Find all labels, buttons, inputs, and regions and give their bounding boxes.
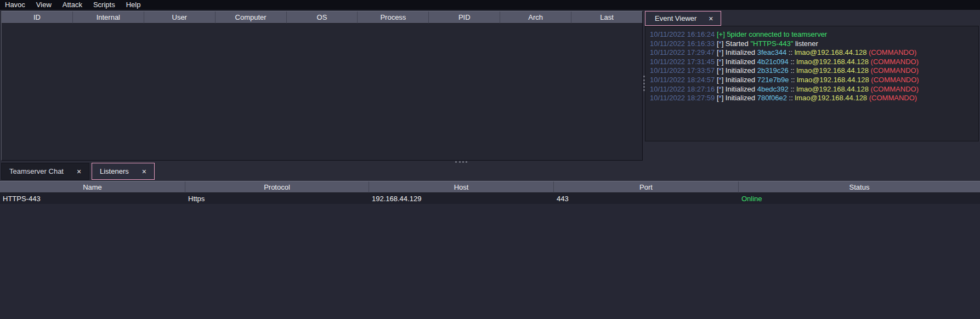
close-icon[interactable]: × xyxy=(77,167,81,176)
log-segment: lmao@192.168.44.128 xyxy=(795,94,869,102)
sessions-column-process[interactable]: Process xyxy=(358,12,429,24)
log-segment: 10/11/2022 18:24:57 xyxy=(650,76,717,84)
menu-item-help[interactable]: Help xyxy=(121,0,147,10)
log-segment: listener xyxy=(793,39,818,48)
log-segment: :: xyxy=(786,48,794,56)
log-segment: lmao@192.168.44.128 xyxy=(796,85,870,93)
log-segment: (COMMANDO) xyxy=(869,94,917,102)
listeners-column-port[interactable]: Port xyxy=(554,181,739,193)
log-segment: ] xyxy=(722,85,726,93)
event-log-line: 10/11/2022 16:16:24 [+] 5pider connected… xyxy=(650,30,974,39)
log-segment: 721e7b9e xyxy=(757,76,789,84)
log-segment: lmao@192.168.44.128 xyxy=(796,66,870,75)
log-segment: 10/11/2022 17:31:45 xyxy=(650,58,717,66)
log-segment: lmao@192.168.44.128 xyxy=(797,76,871,84)
listeners-column-host[interactable]: Host xyxy=(369,181,554,193)
listener-cell: 443 xyxy=(554,193,739,204)
listeners-table: NameProtocolHostPortStatus HTTPS-443Http… xyxy=(0,181,980,319)
sessions-column-arch[interactable]: Arch xyxy=(500,12,571,24)
sessions-table-header: IDInternalUserComputerOSProcessPIDArchLa… xyxy=(2,12,642,24)
menu-item-view[interactable]: View xyxy=(31,0,58,10)
log-segment: ] xyxy=(722,58,726,66)
listeners-column-name[interactable]: Name xyxy=(0,181,185,193)
log-segment: :: xyxy=(789,76,797,84)
tab-label: Teamserver Chat xyxy=(9,167,64,175)
tab-event-viewer-label: Event Viewer xyxy=(655,14,696,22)
menu-bar: HavocViewAttackScriptsHelp xyxy=(0,0,980,10)
listeners-column-protocol[interactable]: Protocol xyxy=(185,181,369,193)
sessions-column-internal[interactable]: Internal xyxy=(73,12,144,24)
log-segment: 4b21c094 xyxy=(757,58,789,66)
sessions-column-computer[interactable]: Computer xyxy=(216,12,287,24)
log-segment: Started xyxy=(726,39,751,48)
sessions-table: IDInternalUserComputerOSProcessPIDArchLa… xyxy=(1,11,643,161)
log-segment: 3feac344 xyxy=(757,48,787,56)
log-segment: :: xyxy=(789,85,796,93)
log-segment: lmao@192.168.44.128 xyxy=(795,48,869,56)
close-icon[interactable]: × xyxy=(709,14,713,23)
log-segment: "HTTPS-443" xyxy=(750,39,793,48)
log-segment: Initialized xyxy=(726,66,757,75)
log-segment: Initialized xyxy=(726,48,757,56)
log-segment: 10/11/2022 16:16:24 xyxy=(650,30,717,38)
tab-label: Listeners xyxy=(100,167,129,175)
tab-listeners[interactable]: Listeners× xyxy=(92,163,155,180)
event-log-line: 10/11/2022 17:31:45 [*] Initialized 4b21… xyxy=(650,58,974,67)
menu-item-attack[interactable]: Attack xyxy=(58,0,88,10)
sessions-column-pid[interactable]: PID xyxy=(429,12,500,24)
sessions-column-id[interactable]: ID xyxy=(2,12,73,24)
log-segment: Initialized xyxy=(726,94,757,102)
listener-cell: Https xyxy=(185,193,369,204)
log-segment: (COMMANDO) xyxy=(869,48,916,56)
log-segment: 5pider connected to teamserver xyxy=(725,30,827,38)
log-segment: (COMMANDO) xyxy=(871,58,919,66)
log-segment: 10/11/2022 17:33:57 xyxy=(650,66,717,75)
havoc-window: HavocViewAttackScriptsHelp IDInternalUse… xyxy=(0,0,980,319)
log-segment: ] xyxy=(722,94,726,102)
horizontal-splitter-handle[interactable] xyxy=(455,161,467,163)
log-segment: 4bedc392 xyxy=(757,85,789,93)
log-segment: 10/11/2022 18:27:16 xyxy=(650,85,717,93)
listeners-table-body: HTTPS-443Https192.168.44.129443Online xyxy=(0,193,980,204)
log-segment: (COMMANDO) xyxy=(871,85,919,93)
event-log-line: 10/11/2022 16:16:33 [*] Started "HTTPS-4… xyxy=(650,39,974,49)
log-segment: ] xyxy=(722,76,726,84)
log-segment: Initialized xyxy=(726,85,757,93)
log-segment: 10/11/2022 18:27:59 xyxy=(650,94,717,102)
log-segment: ] xyxy=(722,66,726,75)
log-segment: ] xyxy=(722,39,726,48)
close-icon[interactable]: × xyxy=(142,167,146,176)
event-log-line: 10/11/2022 18:27:16 [*] Initialized 4bed… xyxy=(650,85,974,94)
log-segment: (COMMANDO) xyxy=(871,66,919,75)
log-segment: Initialized xyxy=(726,76,757,84)
log-segment: 10/11/2022 16:16:33 xyxy=(650,39,717,48)
log-segment: (COMMANDO) xyxy=(871,76,919,84)
log-segment: :: xyxy=(789,66,796,75)
log-segment: 2b319c26 xyxy=(757,66,789,75)
listener-cell: HTTPS-443 xyxy=(0,193,185,204)
menu-item-havoc[interactable]: Havoc xyxy=(0,0,31,10)
log-segment: :: xyxy=(789,58,796,66)
listener-cell: Online xyxy=(739,193,980,204)
log-segment: lmao@192.168.44.128 xyxy=(796,58,870,66)
sessions-column-user[interactable]: User xyxy=(144,12,216,24)
listener-cell: 192.168.44.129 xyxy=(369,193,554,204)
sessions-column-os[interactable]: OS xyxy=(287,12,358,24)
log-segment: :: xyxy=(787,94,795,102)
tab-teamserver-chat[interactable]: Teamserver Chat× xyxy=(1,163,89,180)
menu-item-scripts[interactable]: Scripts xyxy=(88,0,121,10)
event-log-line: 10/11/2022 17:33:57 [*] Initialized 2b31… xyxy=(650,66,974,76)
log-segment: 780f06e2 xyxy=(757,94,787,102)
log-segment: Initialized xyxy=(726,58,757,66)
event-viewer-panel: 10/11/2022 16:16:24 [+] 5pider connected… xyxy=(645,26,979,141)
tab-event-viewer[interactable]: Event Viewer × xyxy=(645,11,721,26)
event-log-line: 10/11/2022 17:29:47 [*] Initialized 3fea… xyxy=(650,48,974,58)
sessions-column-last[interactable]: Last xyxy=(571,12,642,24)
log-segment: 10/11/2022 17:29:47 xyxy=(650,48,717,56)
event-log-line: 10/11/2022 18:24:57 [*] Initialized 721e… xyxy=(650,76,974,85)
event-log-line: 10/11/2022 18:27:59 [*] Initialized 780f… xyxy=(650,94,974,103)
listeners-table-header: NameProtocolHostPortStatus xyxy=(0,181,980,193)
listeners-column-status[interactable]: Status xyxy=(739,181,980,193)
listener-row[interactable]: HTTPS-443Https192.168.44.129443Online xyxy=(0,193,980,204)
log-segment: ] xyxy=(722,48,726,56)
